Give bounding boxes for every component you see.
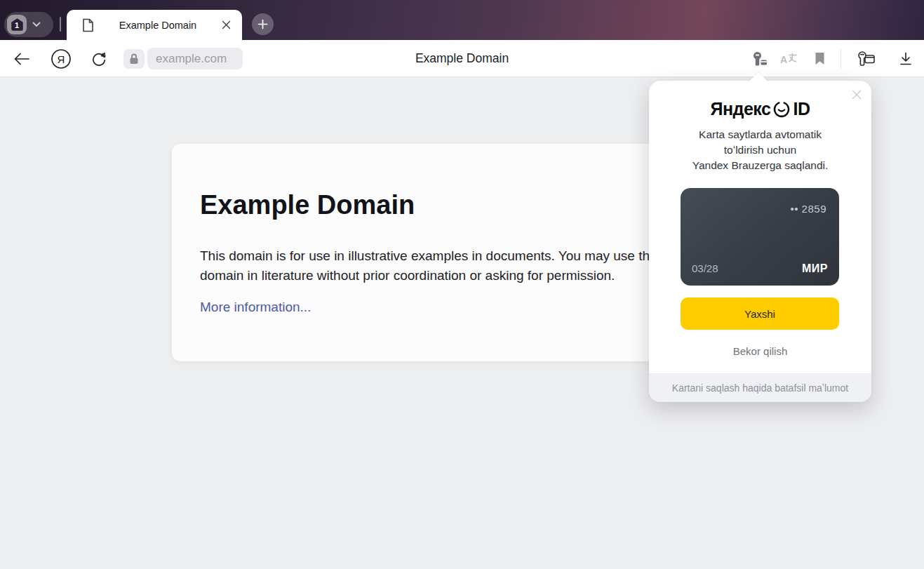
tab-bar: 1 Example Domain <box>0 0 924 40</box>
active-tab[interactable]: Example Domain <box>67 10 242 40</box>
translate-button[interactable]: A <box>775 40 802 77</box>
confirm-button[interactable]: Yaxshi <box>681 297 839 330</box>
bookmark-icon <box>815 52 825 65</box>
tab-counter-badge[interactable]: 1 <box>7 15 27 34</box>
body-line-2: domain in literature without prior coord… <box>200 266 659 286</box>
body-line-1: This domain is for use in illustrative e… <box>200 246 659 266</box>
translate-icon: A <box>780 52 797 66</box>
yandex-home-button[interactable]: Я <box>48 40 74 77</box>
arrow-left-icon <box>13 53 30 65</box>
tab-count: 1 <box>11 20 24 30</box>
svg-text:Я: Я <box>58 53 65 65</box>
popup-footer-link[interactable]: Kartani saqlash haqida batafsil maʼlumot <box>649 373 871 402</box>
smiley-icon <box>773 101 790 118</box>
plus-icon <box>257 19 268 29</box>
svg-text:A: A <box>780 54 787 65</box>
new-tab-button[interactable] <box>252 13 274 35</box>
bank-card-preview: •• 2859 03/28 МИР <box>681 188 839 286</box>
house-badge-icon: 1 <box>11 18 24 32</box>
tab-counter-pill[interactable]: 1 <box>4 12 53 37</box>
id-brand-text: ID <box>793 99 810 119</box>
browser-window: 1 Example Domain <box>0 0 924 569</box>
yandex-logo-icon: Я <box>51 48 72 69</box>
back-button[interactable] <box>8 40 35 77</box>
lock-icon <box>129 53 139 65</box>
page-body: This domain is for use in illustrative e… <box>200 246 659 285</box>
page-document-icon <box>82 18 94 32</box>
card-masked-number: •• 2859 <box>790 203 826 215</box>
more-information-link[interactable]: More information... <box>200 300 311 315</box>
page-heading: Example Domain <box>200 190 415 220</box>
refresh-icon <box>91 51 107 67</box>
tabbar-divider <box>60 17 61 32</box>
address-bar[interactable]: example.com <box>147 48 243 69</box>
mir-logo: МИР <box>802 262 828 275</box>
toolbar: Я example.com <box>0 40 924 77</box>
site-security-button[interactable] <box>123 49 145 69</box>
download-icon <box>899 52 912 66</box>
save-card-popup: Яндекс ID Karta saytlarda avtomatik toʻl… <box>649 81 871 402</box>
downloads-button[interactable] <box>892 40 919 77</box>
toolbar-divider <box>841 49 841 69</box>
tab-title: Example Domain <box>94 20 222 31</box>
url-text: example.com <box>156 52 227 66</box>
cancel-button[interactable]: Bekor qilish <box>649 345 871 357</box>
card-expiry: 03/28 <box>692 262 718 274</box>
key-card-icon <box>753 51 768 67</box>
message-line-3: Yandex Brauzerga saqlandi. <box>649 158 871 173</box>
message-line-1: Karta saytlarda avtomatik <box>649 127 871 142</box>
yandex-brand-text: Яндекс <box>711 99 771 119</box>
popup-message: Karta saytlarda avtomatik toʻldirish uch… <box>649 127 871 173</box>
bookmark-button[interactable] <box>806 40 833 77</box>
tab-close-icon[interactable] <box>222 20 231 29</box>
message-line-2: toʻldirish uchun <box>649 142 871 158</box>
saved-cards-button[interactable] <box>746 40 773 77</box>
key-wallet-icon <box>857 51 876 67</box>
protect-passwords-button[interactable] <box>851 40 881 77</box>
yandex-id-logo: Яндекс ID <box>649 99 871 119</box>
refresh-button[interactable] <box>86 40 112 77</box>
chevron-down-icon <box>32 22 41 27</box>
